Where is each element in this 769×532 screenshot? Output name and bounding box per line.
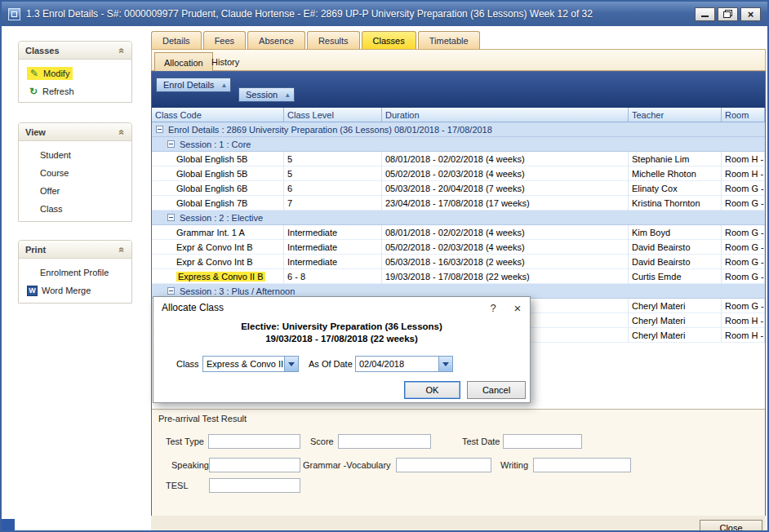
dialog-close-button[interactable]: × xyxy=(505,299,530,317)
close-window-button[interactable]: × xyxy=(740,7,761,21)
collapse-expander-icon[interactable] xyxy=(167,140,175,148)
test-date-input[interactable] xyxy=(503,434,582,449)
column-header-duration[interactable]: Duration xyxy=(382,108,629,122)
speaking-input[interactable] xyxy=(209,458,300,472)
test-type-label: Test Type xyxy=(166,437,204,446)
minimize-button[interactable] xyxy=(695,7,715,21)
print-panel-header[interactable]: Print « xyxy=(19,241,131,259)
refresh-label: Refresh xyxy=(42,86,74,96)
speaking-label: Speaking xyxy=(171,460,209,470)
close-button[interactable]: Close xyxy=(700,520,762,532)
tab-fees[interactable]: Fees xyxy=(203,31,246,49)
class-row[interactable]: Global English 5B508/01/2018 - 02/02/201… xyxy=(152,152,765,166)
tab-classes[interactable]: Classes xyxy=(362,31,416,49)
sidebar-item-refresh[interactable]: ↻ Refresh xyxy=(19,82,131,100)
tab-history-label: History xyxy=(211,57,239,67)
modify-label: Modify xyxy=(43,69,69,78)
score-input[interactable] xyxy=(338,434,431,449)
cell-teacher: Kim Boyd xyxy=(629,225,722,240)
collapse-expander-icon[interactable] xyxy=(156,126,163,133)
window-title: 1.3 Enrol Details - S#: 0000009977 Prude… xyxy=(26,8,692,20)
column-header-room[interactable]: Room xyxy=(722,108,765,122)
sidebar-item-word-merge[interactable]: W Word Merge xyxy=(19,282,131,299)
group-row[interactable]: Enrol Details : 2869 University Preparat… xyxy=(152,122,765,137)
cell-class-level: 6 xyxy=(284,181,382,196)
tab-timetable[interactable]: Timetable xyxy=(418,31,480,49)
class-row[interactable]: Global English 6B605/03/2018 - 20/04/201… xyxy=(152,181,765,196)
sidebar-item-enrolment-profile[interactable]: Enrolment Profile xyxy=(19,264,131,282)
dropdown-arrow-icon[interactable] xyxy=(438,357,452,371)
classes-panel-header[interactable]: Classes « xyxy=(19,42,131,60)
tab-absence[interactable]: Absence xyxy=(247,31,305,49)
cell-class-code: Expr & Convo Int B xyxy=(152,240,284,255)
window-frame-corner xyxy=(2,519,15,532)
group-row[interactable]: Session : 2 : Elective xyxy=(152,211,765,225)
column-header-teacher[interactable]: Teacher xyxy=(629,108,722,122)
dialog-heading-line1: Elective: University Preparation (36 Les… xyxy=(153,321,530,331)
group-by-enrol-details-button[interactable]: Enrol Details ▲ xyxy=(156,78,231,92)
group-row-label: Session : 3 : Plus / Afternoon xyxy=(180,286,295,296)
collapse-chevron-icon[interactable]: « xyxy=(117,129,128,135)
classes-task-panel: Classes « ✎ Modify ↻ Refresh xyxy=(18,41,132,103)
as-of-date-value: 02/04/2018 xyxy=(356,357,438,371)
as-of-date-combobox[interactable]: 02/04/2018 xyxy=(355,356,453,372)
column-header-class-code[interactable]: Class Code xyxy=(152,108,284,122)
chevron-down-icon xyxy=(442,362,449,366)
cancel-button-label: Cancel xyxy=(482,385,510,395)
group-by-session-label: Session xyxy=(246,90,278,100)
collapse-expander-icon[interactable] xyxy=(167,287,175,295)
group-row[interactable]: Session : 1 : Core xyxy=(152,137,765,152)
dropdown-arrow-icon[interactable] xyxy=(284,357,298,371)
grammar-vocabulary-input[interactable] xyxy=(396,458,491,472)
cell-duration: 08/01/2018 - 02/02/2018 (4 weeks) xyxy=(382,152,629,166)
sidebar-item-offer[interactable]: Offer xyxy=(19,182,131,200)
tab-history[interactable]: History xyxy=(202,52,248,72)
dialog-help-button[interactable]: ? xyxy=(481,299,505,317)
cancel-button[interactable]: Cancel xyxy=(467,381,526,399)
collapse-expander-icon[interactable] xyxy=(167,214,175,221)
test-type-input[interactable] xyxy=(208,434,300,449)
word-merge-label: Word Merge xyxy=(42,286,91,295)
class-row[interactable]: Expr & Convo Int BIntermediate05/03/2018… xyxy=(152,255,765,269)
sidebar-item-student[interactable]: Student xyxy=(19,146,131,164)
cell-class-code: Global English 5B xyxy=(152,152,284,166)
group-row-label: Session : 1 : Core xyxy=(180,140,251,149)
tesl-input[interactable] xyxy=(209,478,300,493)
tab-results[interactable]: Results xyxy=(307,31,360,49)
allocate-class-dialog: Allocate Class ? × Elective: University … xyxy=(153,296,531,403)
class-row[interactable]: Grammar Int. 1 AIntermediate08/01/2018 -… xyxy=(152,225,765,240)
writing-input[interactable] xyxy=(533,458,631,472)
restore-button[interactable] xyxy=(718,7,738,21)
column-header-class-level[interactable]: Class Level xyxy=(284,108,382,122)
sidebar-item-course[interactable]: Course xyxy=(19,164,131,182)
collapse-chevron-icon[interactable]: « xyxy=(117,246,128,252)
cell-duration: 19/03/2018 - 17/08/2018 (22 weeks) xyxy=(382,269,629,284)
chevron-down-icon xyxy=(288,362,295,366)
tab-details[interactable]: Details xyxy=(151,31,202,49)
class-row[interactable]: Expr & Convo Int BIntermediate05/02/2018… xyxy=(152,240,765,255)
print-panel-items: Enrolment Profile W Word Merge xyxy=(19,259,131,303)
class-row[interactable]: Express & Convo II B6 - 819/03/2018 - 17… xyxy=(152,269,765,284)
enrolment-profile-label: Enrolment Profile xyxy=(40,268,109,277)
ok-button[interactable]: OK xyxy=(404,381,460,399)
sidebar-item-class[interactable]: Class xyxy=(19,200,131,218)
sidebar-item-modify[interactable]: ✎ Modify xyxy=(19,64,131,82)
cell-room: Room G - xyxy=(722,225,765,240)
cell-duration: 05/03/2018 - 20/04/2018 (7 weeks) xyxy=(382,181,629,196)
score-label: Score xyxy=(310,437,334,446)
view-panel-header[interactable]: View « xyxy=(19,123,131,141)
group-by-session-button[interactable]: Session ▲ xyxy=(238,87,295,102)
cell-teacher: Stephanie Lim xyxy=(629,152,722,166)
collapse-chevron-icon[interactable]: « xyxy=(117,47,128,53)
refresh-icon: ↻ xyxy=(27,86,40,97)
class-row[interactable]: Global English 5B505/02/2018 - 02/03/201… xyxy=(152,166,765,181)
class-row[interactable]: Global English 7B723/04/2018 - 17/08/201… xyxy=(152,196,765,211)
cell-class-level: Intermediate xyxy=(284,225,382,240)
class-combobox[interactable]: Express & Convo II B xyxy=(202,356,299,372)
cell-room: Room G - xyxy=(722,181,765,196)
student-label: Student xyxy=(40,150,71,160)
cell-room: Room G - xyxy=(722,269,765,284)
cell-class-level: 6 - 8 xyxy=(284,269,382,284)
dialog-heading-line2: 19/03/2018 - 17/08/2018 (22 weeks) xyxy=(153,334,530,344)
cell-room: Room G - xyxy=(722,255,765,269)
